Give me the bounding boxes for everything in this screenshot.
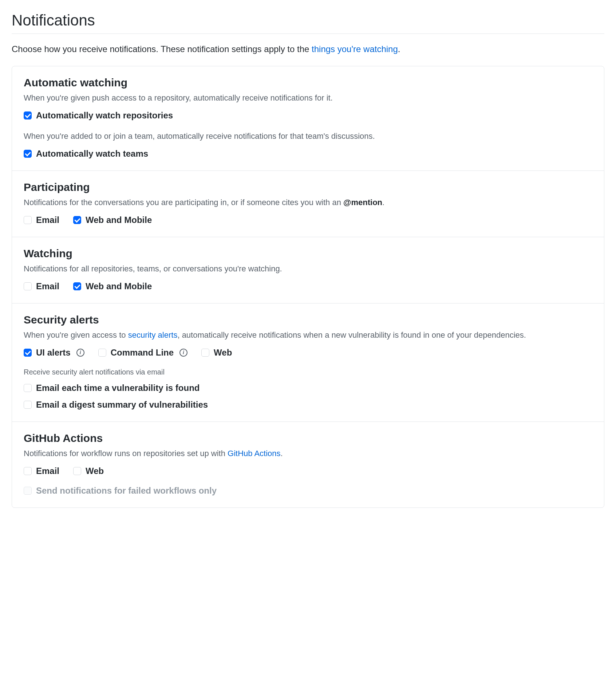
watching-web-checkbox[interactable] xyxy=(73,282,81,290)
security-alerts-title: Security alerts xyxy=(24,314,592,326)
intro-text: Choose how you receive notifications. Th… xyxy=(12,43,604,56)
watching-email-option: Email xyxy=(24,281,59,291)
participating-web-label: Web and Mobile xyxy=(86,215,152,225)
actions-desc-suffix: . xyxy=(281,449,283,458)
security-email-digest-checkbox[interactable] xyxy=(24,401,32,409)
auto-watch-repos-option: Automatically watch repositories xyxy=(24,110,592,121)
actions-email-option: Email xyxy=(24,466,59,476)
actions-desc-prefix: Notifications for workflow runs on repos… xyxy=(24,449,228,458)
intro-suffix: . xyxy=(398,44,400,54)
security-ui-label: UI alerts xyxy=(36,348,71,358)
participating-web-option: Web and Mobile xyxy=(73,215,152,225)
automatic-watching-desc-1: When you're given push access to a repos… xyxy=(24,92,592,104)
actions-failed-only-checkbox xyxy=(24,487,32,495)
participating-title: Participating xyxy=(24,181,592,193)
security-web-option: Web xyxy=(201,348,232,358)
security-email-digest-option: Email a digest summary of vulnerabilitie… xyxy=(24,400,208,410)
participating-email-option: Email xyxy=(24,215,59,225)
github-actions-section: GitHub Actions Notifications for workflo… xyxy=(12,422,604,507)
security-desc-suffix: , automatically receive notifications wh… xyxy=(177,330,526,340)
automatic-watching-title: Automatic watching xyxy=(24,77,592,89)
actions-email-checkbox[interactable] xyxy=(24,467,32,475)
actions-email-label: Email xyxy=(36,466,59,476)
watching-email-label: Email xyxy=(36,281,59,291)
watching-web-label: Web and Mobile xyxy=(86,281,152,291)
participating-email-checkbox[interactable] xyxy=(24,216,32,224)
actions-web-checkbox[interactable] xyxy=(73,467,81,475)
security-alerts-options: UI alerts i Command Line i Web xyxy=(24,348,592,358)
security-cli-label: Command Line xyxy=(111,348,174,358)
auto-watch-teams-checkbox[interactable] xyxy=(24,150,32,158)
security-desc-prefix: When you're given access to xyxy=(24,330,128,340)
github-actions-desc: Notifications for workflow runs on repos… xyxy=(24,447,592,459)
security-email-desc: Receive security alert notifications via… xyxy=(24,368,592,376)
security-email-each-label: Email each time a vulnerability is found xyxy=(36,383,200,393)
watching-options: Email Web and Mobile xyxy=(24,281,592,291)
security-cli-checkbox[interactable] xyxy=(98,349,106,357)
settings-container: Automatic watching When you're given pus… xyxy=(12,66,604,508)
info-icon[interactable]: i xyxy=(179,349,187,357)
intro-prefix: Choose how you receive notifications. Th… xyxy=(12,44,312,54)
security-web-label: Web xyxy=(214,348,232,358)
auto-watch-repos-label: Automatically watch repositories xyxy=(36,110,173,121)
auto-watch-repos-checkbox[interactable] xyxy=(24,111,32,119)
security-cli-option: Command Line i xyxy=(98,348,187,358)
auto-watch-teams-option: Automatically watch teams xyxy=(24,149,592,159)
security-email-each-option: Email each time a vulnerability is found xyxy=(24,383,200,393)
actions-options: Email Web xyxy=(24,466,592,476)
actions-web-option: Web xyxy=(73,466,104,476)
watching-title: Watching xyxy=(24,247,592,260)
participating-desc: Notifications for the conversations you … xyxy=(24,196,592,208)
security-alerts-link[interactable]: security alerts xyxy=(128,330,178,340)
things-watching-link[interactable]: things you're watching xyxy=(312,44,398,54)
auto-watch-teams-label: Automatically watch teams xyxy=(36,149,148,159)
security-email-options: Email each time a vulnerability is found… xyxy=(24,383,592,410)
github-actions-title: GitHub Actions xyxy=(24,432,592,444)
automatic-watching-section: Automatic watching When you're given pus… xyxy=(12,66,604,171)
info-icon[interactable]: i xyxy=(76,349,84,357)
github-actions-link[interactable]: GitHub Actions xyxy=(228,449,281,458)
participating-section: Participating Notifications for the conv… xyxy=(12,171,604,237)
participating-desc-suffix: . xyxy=(382,198,384,207)
security-email-digest-label: Email a digest summary of vulnerabilitie… xyxy=(36,400,208,410)
security-web-checkbox[interactable] xyxy=(201,349,209,357)
security-ui-checkbox[interactable] xyxy=(24,349,32,357)
watching-web-option: Web and Mobile xyxy=(73,281,152,291)
mention-text: @mention xyxy=(343,198,382,207)
automatic-watching-desc-2: When you're added to or join a team, aut… xyxy=(24,130,592,142)
participating-web-checkbox[interactable] xyxy=(73,216,81,224)
actions-web-label: Web xyxy=(86,466,104,476)
participating-email-label: Email xyxy=(36,215,59,225)
actions-failed-only-label: Send notifications for failed workflows … xyxy=(36,486,217,496)
security-email-each-checkbox[interactable] xyxy=(24,384,32,392)
participating-desc-prefix: Notifications for the conversations you … xyxy=(24,198,343,207)
watching-email-checkbox[interactable] xyxy=(24,282,32,290)
page-title: Notifications xyxy=(12,12,604,34)
watching-section: Watching Notifications for all repositor… xyxy=(12,237,604,303)
security-ui-option: UI alerts i xyxy=(24,348,84,358)
security-alerts-section: Security alerts When you're given access… xyxy=(12,303,604,422)
security-alerts-desc: When you're given access to security ale… xyxy=(24,329,592,341)
participating-options: Email Web and Mobile xyxy=(24,215,592,225)
watching-desc: Notifications for all repositories, team… xyxy=(24,263,592,275)
actions-failed-only-option: Send notifications for failed workflows … xyxy=(24,486,592,496)
